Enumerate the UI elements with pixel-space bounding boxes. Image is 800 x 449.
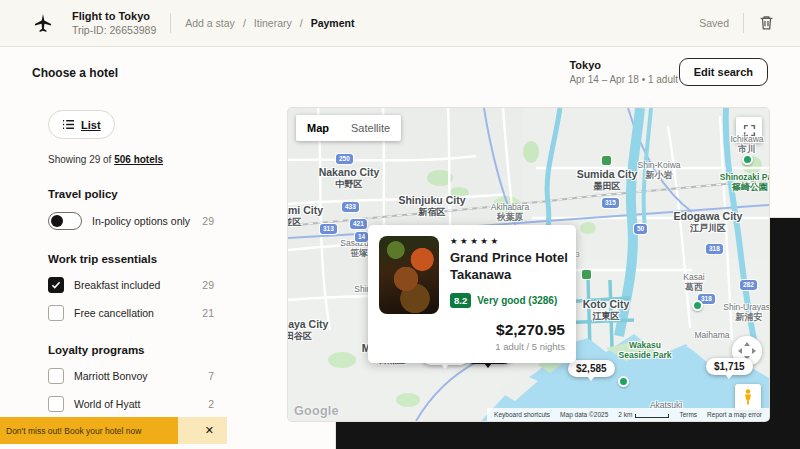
pegman-icon bbox=[739, 388, 757, 406]
search-summary: Tokyo Apr 14 – Apr 18 • 1 adult bbox=[569, 59, 678, 85]
rating-badge: 8.2 bbox=[450, 293, 471, 308]
free-cancellation-count: 21 bbox=[202, 307, 214, 319]
hotel-price-pin[interactable]: $1,715 bbox=[706, 358, 753, 375]
park-marker-icon bbox=[692, 300, 703, 311]
filter-row-hyatt[interactable]: World of Hyatt 2 bbox=[48, 396, 214, 412]
promo-banner: Don't miss out! Book your hotel now ✕ bbox=[0, 417, 227, 444]
marriott-label: Marriott Bonvoy bbox=[74, 370, 148, 382]
total-hotels-link[interactable]: 506 hotels bbox=[114, 154, 163, 165]
marriott-checkbox[interactable] bbox=[48, 368, 64, 384]
breadcrumb: Add a stay / Itinerary / Payment bbox=[185, 17, 354, 29]
breadcrumb-add-a-stay[interactable]: Add a stay bbox=[185, 17, 235, 29]
in-policy-count: 29 bbox=[202, 215, 214, 227]
hotel-card[interactable]: ★★★★★ Grand Prince Hotel Takanawa 8.2 Ve… bbox=[368, 225, 576, 363]
list-view-label: List bbox=[81, 119, 101, 131]
fullscreen-button[interactable] bbox=[736, 117, 762, 143]
promo-banner-close-icon[interactable]: ✕ bbox=[205, 424, 214, 437]
map-scale-label: 2 km bbox=[618, 411, 632, 418]
map-type-map-button[interactable]: Map bbox=[296, 122, 340, 134]
toggle-knob bbox=[51, 215, 63, 227]
hotel-stars: ★★★★★ bbox=[450, 236, 568, 246]
promo-banner-message: Don't miss out! Book your hotel now bbox=[0, 426, 141, 436]
list-view-button[interactable]: List bbox=[51, 112, 112, 137]
hyatt-label: World of Hyatt bbox=[74, 398, 140, 410]
free-cancellation-checkbox[interactable] bbox=[48, 305, 64, 321]
hyatt-count: 2 bbox=[208, 398, 214, 410]
breakfast-count: 29 bbox=[202, 279, 214, 291]
hyatt-checkbox[interactable] bbox=[48, 396, 64, 412]
date-summary: Apr 14 – Apr 18 • 1 adult bbox=[569, 74, 678, 85]
free-cancellation-label: Free cancellation bbox=[74, 307, 154, 319]
map-container: Map Satellite Nakano City中野区 Shinjuku Ci… bbox=[288, 108, 769, 421]
filter-row-marriott[interactable]: Marriott Bonvoy 7 bbox=[48, 368, 214, 384]
report-map-error-link[interactable]: Report a map error bbox=[707, 411, 762, 418]
keyboard-shortcuts-link[interactable]: Keyboard shortcuts bbox=[494, 411, 550, 418]
filter-row-breakfast[interactable]: Breakfast included 29 bbox=[48, 277, 214, 293]
page-title: Choose a hotel bbox=[32, 66, 118, 80]
map-type-satellite-button[interactable]: Satellite bbox=[340, 122, 401, 134]
hotel-price-pin[interactable]: $2,585 bbox=[568, 360, 615, 377]
terms-link[interactable]: Terms bbox=[679, 411, 697, 418]
filters-sidebar: List Map Showing 29 of 506 hotels Travel… bbox=[48, 110, 214, 449]
view-toggle: List Map bbox=[48, 110, 115, 139]
marriott-count: 7 bbox=[208, 370, 214, 382]
map-type-control: Map Satellite bbox=[296, 115, 401, 141]
results-count-text: Showing 29 of bbox=[48, 154, 114, 165]
trash-icon[interactable] bbox=[758, 14, 776, 32]
filter-row-free-cancellation[interactable]: Free cancellation 21 bbox=[48, 305, 214, 321]
park-marker-icon bbox=[742, 154, 753, 165]
loyalty-heading: Loyalty programs bbox=[48, 344, 214, 356]
hotel-price: $2,270.95 bbox=[379, 321, 565, 339]
in-policy-toggle[interactable] bbox=[48, 212, 82, 230]
list-icon bbox=[62, 119, 75, 130]
edit-search-button[interactable]: Edit search bbox=[679, 58, 768, 86]
rating-label: Very good (3286) bbox=[477, 295, 557, 306]
trip-title: Flight to Tokyo bbox=[72, 10, 156, 22]
airplane-icon bbox=[32, 12, 54, 34]
breakfast-checkbox[interactable] bbox=[48, 277, 64, 293]
in-policy-label: In-policy options only bbox=[92, 215, 190, 227]
destination-label: Tokyo bbox=[569, 59, 678, 71]
saved-status: Saved bbox=[699, 17, 729, 29]
google-logo[interactable]: Google bbox=[294, 404, 339, 418]
fullscreen-icon bbox=[743, 124, 756, 137]
hotel-photo bbox=[379, 236, 439, 314]
street-view-pegman[interactable] bbox=[735, 384, 761, 410]
breadcrumb-separator: / bbox=[243, 17, 246, 29]
divider bbox=[743, 13, 744, 33]
topbar: Flight to Tokyo Trip-ID: 26653989 Add a … bbox=[0, 0, 800, 47]
breadcrumb-separator: / bbox=[300, 17, 303, 29]
breadcrumb-itinerary[interactable]: Itinerary bbox=[254, 17, 292, 29]
results-summary: Showing 29 of 506 hotels bbox=[48, 154, 214, 165]
park-marker-icon bbox=[618, 376, 629, 387]
essentials-heading: Work trip essentials bbox=[48, 253, 214, 265]
map-attribution: Keyboard shortcuts Map data ©2025 2 km T… bbox=[487, 408, 769, 421]
map-data-label: Map data ©2025 bbox=[560, 411, 608, 418]
map-scale-bar bbox=[635, 414, 669, 418]
breadcrumb-payment[interactable]: Payment bbox=[311, 17, 355, 29]
breakfast-label: Breakfast included bbox=[74, 279, 160, 291]
divider bbox=[170, 13, 171, 33]
check-icon bbox=[51, 281, 61, 289]
in-policy-toggle-row[interactable]: In-policy options only 29 bbox=[48, 212, 214, 230]
hotel-price-details: 1 adult / 5 nights bbox=[379, 341, 565, 352]
trip-id: Trip-ID: 26653989 bbox=[72, 24, 156, 36]
hotel-name: Grand Prince Hotel Takanawa bbox=[450, 250, 568, 284]
travel-policy-heading: Travel policy bbox=[48, 188, 214, 200]
map-scale: 2 km bbox=[618, 411, 669, 418]
